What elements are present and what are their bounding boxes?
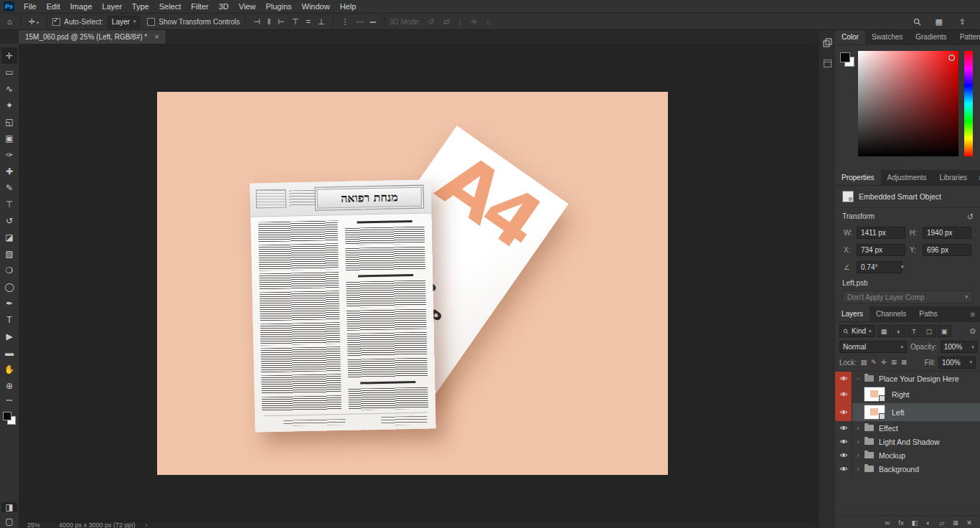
auto-select-checkbox[interactable] bbox=[52, 18, 60, 26]
clone-stamp-tool[interactable]: ⊤ bbox=[1, 196, 17, 212]
document-image[interactable]: A4 PSDCOVERMOCKUP מנחת רפואה bbox=[157, 92, 668, 475]
menu-item[interactable]: Edit bbox=[42, 0, 65, 13]
reset-transform-icon[interactable]: ↺ bbox=[967, 212, 974, 222]
visibility-eye-icon[interactable] bbox=[835, 435, 852, 448]
color-panel-tab[interactable]: Swatches bbox=[865, 29, 909, 44]
blur-tool[interactable]: ❍ bbox=[1, 262, 17, 278]
y-field[interactable]: 696 px bbox=[923, 244, 971, 256]
foreground-color-swatch[interactable] bbox=[3, 412, 11, 420]
hand-tool[interactable]: ✋ bbox=[1, 361, 17, 377]
menu-item[interactable]: Select bbox=[154, 0, 187, 13]
layers-panel-tab[interactable]: Paths bbox=[913, 306, 944, 321]
filter-adjustment-layers-icon[interactable]: ◐ bbox=[892, 325, 906, 337]
menu-item[interactable]: Window bbox=[297, 0, 335, 13]
edit-toolbar-icon[interactable]: ••• bbox=[6, 397, 12, 403]
align-bottom-icon[interactable]: ⊥ bbox=[315, 17, 328, 27]
properties-panel-tab[interactable]: Adjustments bbox=[881, 170, 933, 185]
filter-pixel-layers-icon[interactable]: ▦ bbox=[877, 325, 891, 337]
menu-item[interactable]: Image bbox=[65, 0, 98, 13]
saturation-brightness-field[interactable] bbox=[858, 51, 958, 156]
layers-panel-tab[interactable]: Channels bbox=[870, 306, 913, 321]
visibility-eye-icon[interactable] bbox=[835, 385, 852, 403]
add-layer-mask-icon[interactable]: ◧ bbox=[910, 519, 920, 527]
visibility-eye-icon[interactable] bbox=[835, 448, 852, 462]
expand-arrow-icon[interactable]: › bbox=[854, 438, 862, 446]
layer-row[interactable]: › Right bbox=[835, 385, 980, 403]
layer-row[interactable]: › Left bbox=[835, 403, 980, 421]
properties-panel-tab[interactable]: Libraries bbox=[933, 170, 974, 185]
lock-transparency-icon[interactable]: ▨ bbox=[859, 359, 868, 366]
menu-item[interactable]: Type bbox=[127, 0, 154, 13]
new-group-icon[interactable]: ▱ bbox=[937, 519, 947, 527]
properties-panel-tab[interactable]: Properties bbox=[835, 170, 881, 185]
angle-field[interactable]: 0.74° bbox=[857, 261, 903, 273]
menu-item[interactable]: File bbox=[19, 0, 42, 13]
layer-row[interactable]: › Background bbox=[835, 462, 980, 476]
align-top-icon[interactable]: ⊤ bbox=[289, 17, 302, 27]
x-field[interactable]: 734 px bbox=[857, 244, 905, 256]
distribute-vertical-icon[interactable]: ⋮ bbox=[339, 17, 352, 27]
zoom-tool[interactable]: ⊕ bbox=[1, 377, 17, 394]
path-selection-tool[interactable]: ▶ bbox=[1, 328, 17, 344]
shape-tool[interactable]: ▬ bbox=[1, 344, 17, 361]
lock-all-icon[interactable]: ⊠ bbox=[900, 359, 908, 366]
color-panel-swatches[interactable] bbox=[840, 52, 854, 67]
panel-menu-icon[interactable]: ≡ bbox=[974, 174, 980, 182]
layer-row[interactable]: › Mockup bbox=[835, 448, 980, 462]
move-tool-preset-icon[interactable]: ✛ ▾ bbox=[26, 17, 42, 27]
dodge-tool[interactable]: ◯ bbox=[1, 278, 17, 295]
visibility-eye-icon[interactable] bbox=[835, 372, 852, 385]
lock-pixels-icon[interactable]: ✎ bbox=[870, 359, 878, 366]
distribute-horizontal-icon[interactable]: ⋯ bbox=[354, 17, 367, 27]
healing-brush-tool[interactable]: ✚ bbox=[1, 163, 17, 179]
close-tab-icon[interactable]: × bbox=[154, 33, 159, 40]
filter-shape-layers-icon[interactable]: ▢ bbox=[923, 325, 936, 337]
share-icon[interactable]: ⇪ bbox=[956, 17, 969, 27]
layer-row[interactable]: › Place Your Design Here bbox=[835, 372, 980, 385]
lock-artboard-icon[interactable]: ⊞ bbox=[890, 359, 898, 366]
marquee-tool[interactable]: ▭ bbox=[1, 64, 17, 80]
workspace-switcher-icon[interactable]: ▦ bbox=[932, 17, 945, 27]
lasso-tool[interactable]: ∿ bbox=[1, 80, 17, 97]
width-field[interactable]: 1411 px bbox=[857, 227, 905, 239]
menu-item[interactable]: Help bbox=[335, 0, 362, 13]
zoom-level-field[interactable]: 25% bbox=[27, 522, 40, 528]
eyedropper-tool[interactable]: ✑ bbox=[1, 146, 17, 163]
expand-arrow-icon[interactable]: › bbox=[854, 374, 862, 383]
layers-panel-tab[interactable]: Layers bbox=[835, 306, 870, 321]
delete-layer-icon[interactable]: ✕ bbox=[964, 519, 974, 527]
crop-tool[interactable]: ◱ bbox=[1, 113, 17, 130]
visibility-eye-icon[interactable] bbox=[835, 403, 852, 421]
layer-row[interactable]: › Effect bbox=[835, 421, 980, 435]
align-left-icon[interactable]: ⊣ bbox=[250, 17, 263, 27]
layer-effects-icon[interactable]: fx bbox=[896, 519, 906, 527]
filter-type-layers-icon[interactable]: T bbox=[908, 325, 921, 337]
collapsed-panel-icon[interactable] bbox=[823, 59, 832, 68]
layer-comp-dropdown[interactable]: Don't Apply Layer Comp▾ bbox=[842, 291, 973, 303]
expand-panels-icon[interactable] bbox=[823, 38, 832, 47]
frame-tool[interactable]: ▣ bbox=[1, 130, 17, 146]
brush-tool[interactable]: ✎ bbox=[1, 179, 17, 196]
lock-position-icon[interactable]: ✛ bbox=[880, 359, 888, 366]
screen-mode-icon[interactable]: ▢ bbox=[1, 517, 17, 527]
new-layer-icon[interactable]: ⊞ bbox=[951, 519, 961, 527]
expand-arrow-icon[interactable]: › bbox=[854, 466, 862, 473]
pen-tool[interactable]: ✒ bbox=[1, 295, 17, 311]
align-right-icon[interactable]: ⊢ bbox=[275, 17, 288, 27]
document-tab[interactable]: 15M_060.psd @ 25% (Left, RGB/8#) * × bbox=[19, 29, 166, 44]
quick-selection-tool[interactable]: ✦ bbox=[1, 97, 17, 113]
canvas-area[interactable]: A4 PSDCOVERMOCKUP מנחת רפואה bbox=[19, 44, 818, 521]
eraser-tool[interactable]: ◪ bbox=[1, 229, 17, 245]
visibility-eye-icon[interactable] bbox=[835, 462, 852, 476]
color-panel-tab[interactable]: Gradients bbox=[909, 29, 953, 44]
quick-mask-icon[interactable]: ◨ bbox=[1, 502, 17, 512]
opacity-field[interactable]: 100%▾ bbox=[941, 341, 978, 353]
more-options-icon[interactable]: ••• bbox=[367, 19, 379, 25]
new-adjustment-layer-icon[interactable]: ◐ bbox=[923, 519, 933, 527]
auto-select-target-dropdown[interactable]: Layer▾ bbox=[108, 16, 141, 28]
menu-item[interactable]: Plugins bbox=[260, 0, 296, 13]
align-center-horizontal-icon[interactable]: ‖ bbox=[265, 17, 274, 27]
layer-row[interactable]: › Light And Shadow bbox=[835, 435, 980, 448]
blend-mode-dropdown[interactable]: Normal▾ bbox=[839, 341, 907, 353]
type-tool[interactable]: T bbox=[1, 311, 17, 328]
